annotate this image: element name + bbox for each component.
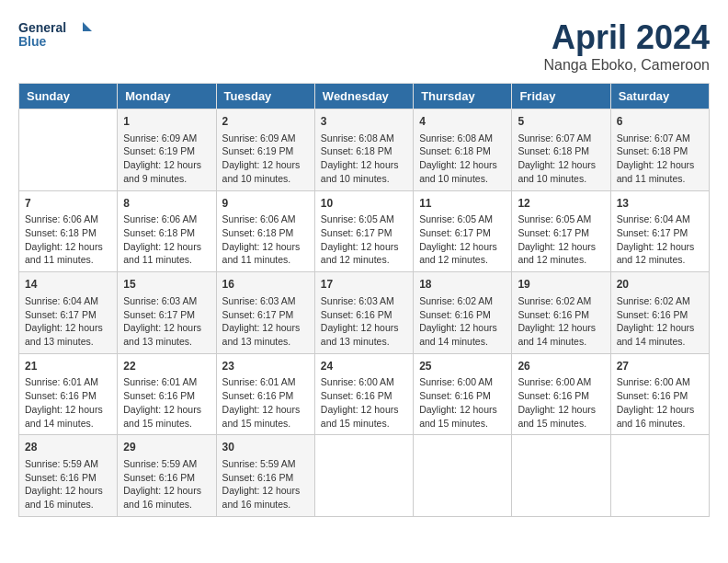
calendar-week-row: 21 Sunrise: 6:01 AM Sunset: 6:16 PM Dayl… <box>19 353 710 435</box>
title-block: April 2024 Nanga Eboko, Cameroon <box>543 18 710 74</box>
daylight-text: Daylight: 12 hours and 12 minutes. <box>617 241 695 266</box>
daylight-text: Daylight: 12 hours and 15 minutes. <box>222 404 301 429</box>
sunrise-text: Sunrise: 6:05 AM <box>321 213 394 224</box>
sunset-text: Sunset: 6:18 PM <box>25 227 97 238</box>
day-number: 27 <box>617 359 703 374</box>
day-number: 18 <box>419 277 506 293</box>
sunrise-text: Sunrise: 6:06 AM <box>222 213 296 224</box>
sunset-text: Sunset: 6:16 PM <box>518 390 589 401</box>
table-row: 9 Sunrise: 6:06 AM Sunset: 6:18 PM Dayli… <box>216 190 314 272</box>
sunrise-text: Sunrise: 6:07 AM <box>617 132 690 144</box>
sunset-text: Sunset: 6:16 PM <box>222 390 294 401</box>
table-row: 20 Sunrise: 6:02 AM Sunset: 6:16 PM Dayl… <box>610 272 709 354</box>
svg-marker-2 <box>83 22 92 31</box>
sunrise-text: Sunrise: 6:00 AM <box>419 376 493 387</box>
sunrise-text: Sunrise: 6:09 AM <box>123 132 197 144</box>
sunrise-text: Sunrise: 6:04 AM <box>617 213 690 224</box>
day-number: 12 <box>518 196 604 212</box>
daylight-text: Daylight: 12 hours and 13 minutes. <box>123 322 201 347</box>
day-number: 3 <box>321 114 407 130</box>
day-number: 7 <box>25 196 111 212</box>
sunrise-text: Sunrise: 6:03 AM <box>321 295 394 306</box>
logo: General Blue <box>18 18 92 55</box>
table-row <box>610 435 709 517</box>
day-number: 5 <box>518 114 604 130</box>
sunset-text: Sunset: 6:19 PM <box>123 145 195 156</box>
daylight-text: Daylight: 12 hours and 14 minutes. <box>419 322 497 347</box>
sunrise-text: Sunrise: 6:08 AM <box>419 132 493 144</box>
calendar-week-row: 7 Sunrise: 6:06 AM Sunset: 6:18 PM Dayli… <box>19 190 710 272</box>
table-row: 28 Sunrise: 5:59 AM Sunset: 6:16 PM Dayl… <box>19 435 118 517</box>
table-row: 2 Sunrise: 6:09 AM Sunset: 6:19 PM Dayli… <box>216 109 314 191</box>
sunset-text: Sunset: 6:16 PM <box>25 472 97 483</box>
sunrise-text: Sunrise: 6:00 AM <box>518 376 591 387</box>
day-number: 25 <box>419 359 506 374</box>
col-saturday: Saturday <box>610 84 709 109</box>
table-row: 13 Sunrise: 6:04 AM Sunset: 6:17 PM Dayl… <box>610 190 709 272</box>
daylight-text: Daylight: 12 hours and 11 minutes. <box>25 241 103 266</box>
sunrise-text: Sunrise: 6:08 AM <box>321 132 394 144</box>
sunset-text: Sunset: 6:18 PM <box>518 145 589 156</box>
daylight-text: Daylight: 12 hours and 12 minutes. <box>419 241 497 266</box>
day-number: 21 <box>25 359 111 374</box>
day-number: 30 <box>222 440 309 455</box>
table-row: 14 Sunrise: 6:04 AM Sunset: 6:17 PM Dayl… <box>19 272 118 354</box>
day-number: 9 <box>222 196 309 212</box>
page-title: April 2024 <box>543 18 710 57</box>
day-number: 2 <box>222 114 309 130</box>
table-row: 5 Sunrise: 6:07 AM Sunset: 6:18 PM Dayli… <box>512 109 610 191</box>
sunset-text: Sunset: 6:17 PM <box>617 227 688 238</box>
table-row: 29 Sunrise: 5:59 AM Sunset: 6:16 PM Dayl… <box>118 435 216 517</box>
daylight-text: Daylight: 12 hours and 10 minutes. <box>222 159 301 184</box>
table-row: 21 Sunrise: 6:01 AM Sunset: 6:16 PM Dayl… <box>19 353 118 435</box>
sunset-text: Sunset: 6:16 PM <box>123 472 195 483</box>
table-row: 6 Sunrise: 6:07 AM Sunset: 6:18 PM Dayli… <box>610 109 709 191</box>
col-friday: Friday <box>512 84 610 109</box>
table-row: 27 Sunrise: 6:00 AM Sunset: 6:16 PM Dayl… <box>610 353 709 435</box>
day-number: 28 <box>25 440 111 455</box>
day-number: 13 <box>617 196 703 212</box>
sunrise-text: Sunrise: 6:00 AM <box>617 376 690 387</box>
day-number: 8 <box>123 196 210 212</box>
sunrise-text: Sunrise: 5:59 AM <box>222 458 296 469</box>
calendar-header-row: Sunday Monday Tuesday Wednesday Thursday… <box>19 84 710 109</box>
sunrise-text: Sunrise: 6:03 AM <box>222 295 296 306</box>
sunrise-text: Sunrise: 5:59 AM <box>25 458 98 469</box>
sunset-text: Sunset: 6:16 PM <box>321 390 392 401</box>
daylight-text: Daylight: 12 hours and 9 minutes. <box>123 159 201 184</box>
col-thursday: Thursday <box>414 84 512 109</box>
sunset-text: Sunset: 6:17 PM <box>25 309 97 320</box>
table-row: 30 Sunrise: 5:59 AM Sunset: 6:16 PM Dayl… <box>216 435 314 517</box>
sunrise-text: Sunrise: 6:01 AM <box>25 376 98 387</box>
daylight-text: Daylight: 12 hours and 16 minutes. <box>25 485 103 510</box>
daylight-text: Daylight: 12 hours and 13 minutes. <box>25 322 103 347</box>
sunset-text: Sunset: 6:18 PM <box>419 145 491 156</box>
table-row: 8 Sunrise: 6:06 AM Sunset: 6:18 PM Dayli… <box>118 190 216 272</box>
sunset-text: Sunset: 6:18 PM <box>617 145 688 156</box>
col-tuesday: Tuesday <box>216 84 314 109</box>
daylight-text: Daylight: 12 hours and 16 minutes. <box>123 485 201 510</box>
day-number: 20 <box>617 277 703 293</box>
sunset-text: Sunset: 6:17 PM <box>222 309 294 320</box>
day-number: 4 <box>419 114 506 130</box>
daylight-text: Daylight: 12 hours and 15 minutes. <box>419 404 497 429</box>
sunrise-text: Sunrise: 6:02 AM <box>617 295 690 306</box>
day-number: 16 <box>222 277 309 293</box>
sunset-text: Sunset: 6:16 PM <box>617 390 688 401</box>
sunrise-text: Sunrise: 6:00 AM <box>321 376 394 387</box>
sunset-text: Sunset: 6:16 PM <box>123 390 195 401</box>
table-row: 19 Sunrise: 6:02 AM Sunset: 6:16 PM Dayl… <box>512 272 610 354</box>
sunrise-text: Sunrise: 6:06 AM <box>123 213 197 224</box>
sunrise-text: Sunrise: 6:01 AM <box>222 376 296 387</box>
table-row: 18 Sunrise: 6:02 AM Sunset: 6:16 PM Dayl… <box>414 272 512 354</box>
calendar-week-row: 1 Sunrise: 6:09 AM Sunset: 6:19 PM Dayli… <box>19 109 710 191</box>
sunrise-text: Sunrise: 6:05 AM <box>419 213 493 224</box>
table-row: 10 Sunrise: 6:05 AM Sunset: 6:17 PM Dayl… <box>314 190 413 272</box>
daylight-text: Daylight: 12 hours and 11 minutes. <box>123 241 201 266</box>
table-row <box>512 435 610 517</box>
table-row: 7 Sunrise: 6:06 AM Sunset: 6:18 PM Dayli… <box>19 190 118 272</box>
sunset-text: Sunset: 6:16 PM <box>25 390 97 401</box>
daylight-text: Daylight: 12 hours and 16 minutes. <box>222 485 301 510</box>
table-row: 26 Sunrise: 6:00 AM Sunset: 6:16 PM Dayl… <box>512 353 610 435</box>
table-row: 23 Sunrise: 6:01 AM Sunset: 6:16 PM Dayl… <box>216 353 314 435</box>
